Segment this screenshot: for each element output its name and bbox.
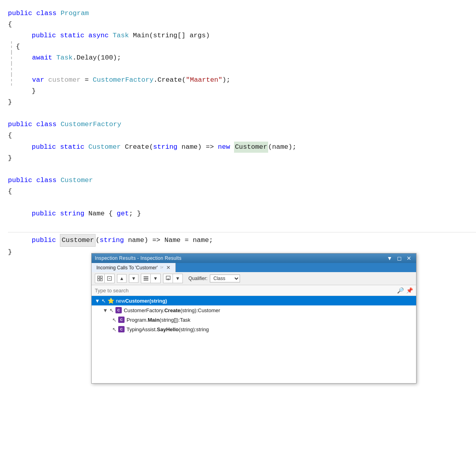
view-btn[interactable] xyxy=(141,274,151,283)
row4-icon-class: C xyxy=(118,326,125,332)
row2-text-plain: CustomerFactory. xyxy=(124,307,164,313)
export-btn[interactable] xyxy=(163,274,173,283)
qualifier-select[interactable]: Class Method Property xyxy=(210,274,240,282)
result-row-new-customer[interactable]: ▼ ↖ ⭐ new Customer(string) xyxy=(92,296,416,305)
toolbar-group-export: ▼ xyxy=(163,274,183,283)
expand-all-btn[interactable] xyxy=(95,274,105,283)
code-line: { xyxy=(8,19,476,30)
pin-icon[interactable]: 📌 xyxy=(406,287,413,294)
row4-incoming-arrow: ↖ xyxy=(112,326,117,332)
row4-text-bold: SayHello xyxy=(157,326,179,332)
row3-text-plain: Program. xyxy=(127,317,148,323)
tab-close-icon[interactable]: ✕ xyxy=(166,265,171,271)
panel-restore-btn[interactable]: ◻ xyxy=(395,255,403,261)
toolbar-group-expand xyxy=(95,274,115,283)
row2-icon-class: C xyxy=(115,307,122,313)
row1-text-plain: new xyxy=(116,298,125,304)
code-line: await Task.Delay(100); xyxy=(11,52,476,63)
svg-rect-6 xyxy=(144,276,148,277)
code-line: var customer = CustomerFactory.Create("M… xyxy=(11,75,476,86)
code-line: public class Program xyxy=(8,8,476,19)
row3-text-bold: Main xyxy=(148,317,159,323)
code-line: public class Customer xyxy=(8,175,476,186)
row1-text-bold: Customer(string) xyxy=(125,298,167,304)
svg-rect-8 xyxy=(144,280,148,280)
qualifier-label: Qualifier: xyxy=(188,276,207,281)
inspection-results-list: ▼ ↖ ⭐ new Customer(string) ▼ ↖ C Custome… xyxy=(92,296,416,383)
collapse-all-btn[interactable] xyxy=(105,274,114,283)
row3-incoming-arrow: ↖ xyxy=(112,317,117,323)
row2-text-suffix: (string):Customer xyxy=(180,307,220,313)
panel-title-bar: Inspection Results - Inspection Results … xyxy=(92,253,416,263)
svg-rect-1 xyxy=(100,276,102,278)
code-line xyxy=(11,63,476,75)
row1-icon-star: ⭐ xyxy=(107,298,114,304)
panel-tab-incoming-calls[interactable]: Incoming Calls To 'Customer' ☞ ✕ xyxy=(92,263,176,272)
inspection-panel: Inspection Results - Inspection Results … xyxy=(91,253,416,384)
code-line: public string Name { get; } xyxy=(32,208,476,219)
export-dropdown-btn[interactable]: ▼ xyxy=(173,274,182,283)
svg-rect-2 xyxy=(98,279,100,281)
row4-text-plain: TypingAssist. xyxy=(127,326,157,332)
svg-rect-7 xyxy=(144,278,148,279)
row3-icon-class: C xyxy=(118,317,125,323)
code-line: } xyxy=(32,86,476,97)
search-input[interactable] xyxy=(95,288,397,294)
row2-incoming-arrow: ↖ xyxy=(109,307,114,313)
row2-arrow-icon: ▼ xyxy=(103,307,108,313)
tab-pin-icon[interactable]: ☞ xyxy=(160,265,164,270)
code-line: { xyxy=(8,186,476,197)
code-editor: public class Program { public static asy… xyxy=(0,0,476,266)
panel-tab-bar: Incoming Calls To 'Customer' ☞ ✕ xyxy=(92,263,416,272)
row3-text-suffix: (string[]):Task xyxy=(159,317,190,323)
svg-rect-3 xyxy=(100,279,102,281)
row2-text-bold: Create xyxy=(164,307,180,313)
search-icon[interactable]: 🔎 xyxy=(397,287,404,294)
view-dropdown-btn[interactable]: ▼ xyxy=(151,274,160,283)
panel-dropdown-btn[interactable]: ▼ xyxy=(385,255,394,261)
panel-search-bar: 🔎 📌 xyxy=(92,285,416,296)
panel-tab-label: Incoming Calls To 'Customer' xyxy=(96,265,157,271)
panel-title-text: Inspection Results - Inspection Results xyxy=(95,255,181,261)
row4-text-suffix: (string):string xyxy=(179,326,209,332)
code-line: public static Customer Create(string nam… xyxy=(32,142,476,153)
result-row-typingassist-sayhello[interactable]: ↖ C TypingAssist.SayHello(string):string xyxy=(92,324,416,334)
panel-title-controls: ▼ ◻ ✕ xyxy=(385,255,413,261)
code-line: } xyxy=(8,97,476,108)
code-line: public static async Task Main(string[] a… xyxy=(32,30,476,41)
code-line: { xyxy=(11,41,476,52)
code-line: public class CustomerFactory xyxy=(8,119,476,130)
search-icon-group: 🔎 📌 xyxy=(397,287,413,294)
row1-arrow-icon: ▼ xyxy=(95,298,100,304)
code-separator xyxy=(8,232,476,232)
result-row-program-main[interactable]: ↖ C Program.Main(string[]):Task xyxy=(92,315,416,324)
prev-btn[interactable]: ▲ xyxy=(117,274,127,283)
panel-toolbar: ▲ ▼ ▼ ▼ Qualifier: Class Method Property xyxy=(92,272,416,285)
code-line: { xyxy=(8,130,476,141)
panel-close-btn[interactable]: ✕ xyxy=(405,255,413,261)
next-btn[interactable]: ▼ xyxy=(129,274,138,283)
code-line: public Customer(string name) => Name = n… xyxy=(32,234,476,247)
code-line: } xyxy=(8,153,476,164)
svg-rect-0 xyxy=(98,276,100,278)
toolbar-group-view: ▼ xyxy=(141,274,161,283)
row1-incoming-arrow: ↖ xyxy=(102,298,106,304)
result-row-customerfactory-create[interactable]: ▼ ↖ C CustomerFactory.Create(string):Cus… xyxy=(92,305,416,315)
